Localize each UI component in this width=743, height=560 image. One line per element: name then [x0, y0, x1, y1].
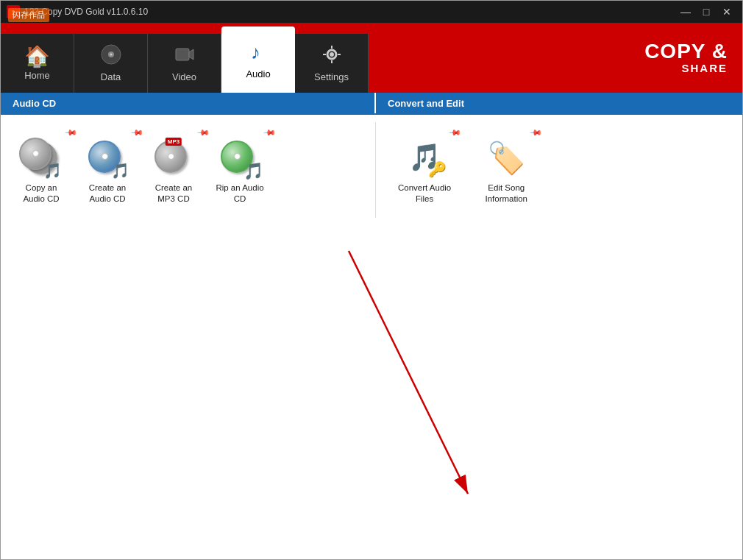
audio-icon: ♪: [247, 40, 269, 65]
tab-data[interactable]: Data: [74, 34, 148, 93]
pin-icon-rip: 📌: [262, 126, 276, 140]
convert-audio-files-graphic: 🎵 🎵 🔑: [402, 135, 447, 180]
tab-settings[interactable]: Settings: [295, 34, 369, 93]
copy-audio-cd-label: Copy anAudio CD: [23, 182, 59, 205]
svg-point-4: [110, 54, 112, 56]
create-audio-cd-graphic: 🎵: [85, 135, 129, 180]
audio-cd-icons: 📌 🎵 Copy anAudio CD: [1, 122, 376, 218]
sections-bar: Audio CD Convert and Edit: [1, 93, 742, 115]
tab-home[interactable]: 🏠 Home: [1, 34, 74, 93]
window-controls: — □ ✕: [676, 4, 736, 19]
section-header-convert-edit: Convert and Edit: [376, 93, 742, 113]
video-tab-label: Video: [172, 71, 196, 82]
app-header: 🏠 Home Data: [1, 23, 742, 93]
home-tab-label: Home: [24, 70, 50, 81]
title-bar: 1 123 Copy DVD Gold v11.0.6.10 — □ ✕: [1, 1, 742, 23]
watermark: 闪存作品: [8, 8, 49, 22]
convert-audio-files-label: Convert AudioFiles: [398, 182, 451, 205]
app-window: 闪存作品 1 123 Copy DVD Gold v11.0.6.10 — □ …: [0, 0, 743, 560]
icons-area: 📌 🎵 Copy anAudio CD: [1, 115, 742, 225]
home-icon: 🏠: [24, 46, 50, 67]
create-mp3-cd-graphic: MP3: [152, 135, 196, 180]
copy-audio-cd-graphic: 🎵: [19, 135, 63, 180]
pin-icon-edit: 📌: [529, 126, 543, 140]
nav-tabs: 🏠 Home Data: [1, 23, 644, 93]
settings-icon: [321, 44, 342, 68]
svg-line-14: [349, 251, 468, 494]
logo-line1: COPY &: [644, 41, 728, 62]
convert-icons: 📌 🎵 🎵 🔑 Convert AudioFiles: [376, 122, 742, 218]
svg-marker-6: [189, 49, 193, 60]
create-mp3-cd-label: Create anMP3 CD: [155, 182, 193, 205]
edit-song-info-graphic: 🏷️: [484, 135, 528, 180]
tab-video[interactable]: Video: [148, 34, 221, 93]
logo-line2: SHARE: [681, 62, 728, 74]
tab-audio[interactable]: ♪ Audio: [221, 26, 295, 93]
video-icon: [174, 44, 195, 68]
section-header-audio-cd: Audio CD: [1, 93, 376, 113]
create-audio-cd-label: Create anAudio CD: [89, 182, 127, 205]
create-mp3-cd-item[interactable]: 📌 MP3 Create anMP3 CD: [141, 130, 207, 210]
close-button[interactable]: ✕: [717, 4, 736, 19]
settings-tab-label: Settings: [314, 71, 349, 82]
svg-point-12: [330, 52, 334, 57]
minimize-button[interactable]: —: [676, 4, 695, 19]
svg-rect-5: [176, 49, 189, 60]
rip-audio-cd-label: Rip an AudioCD: [216, 182, 263, 205]
data-tab-label: Data: [101, 71, 121, 82]
rip-audio-cd-item[interactable]: 📌 🎵 Rip an AudioCD: [207, 130, 273, 210]
maximize-button[interactable]: □: [697, 4, 716, 19]
data-icon: [101, 44, 121, 68]
audio-tab-label: Audio: [246, 68, 270, 79]
pin-icon-convert: 📌: [448, 126, 462, 140]
logo-area: COPY & SHARE: [644, 23, 742, 93]
edit-song-info-label: Edit SongInformation: [485, 182, 527, 205]
create-audio-cd-item[interactable]: 📌 🎵 Create anAudio CD: [74, 130, 141, 210]
rip-audio-cd-graphic: 🎵: [218, 135, 262, 180]
copy-audio-cd-item[interactable]: 📌 🎵 Copy anAudio CD: [8, 130, 74, 210]
svg-text:♪: ♪: [251, 41, 260, 62]
convert-audio-files-item[interactable]: 📌 🎵 🎵 🔑 Convert AudioFiles: [391, 130, 458, 210]
edit-song-info-item[interactable]: 📌 🏷️ Edit SongInformation: [473, 130, 539, 210]
main-content: Audio CD Convert and Edit 📌: [1, 93, 742, 559]
